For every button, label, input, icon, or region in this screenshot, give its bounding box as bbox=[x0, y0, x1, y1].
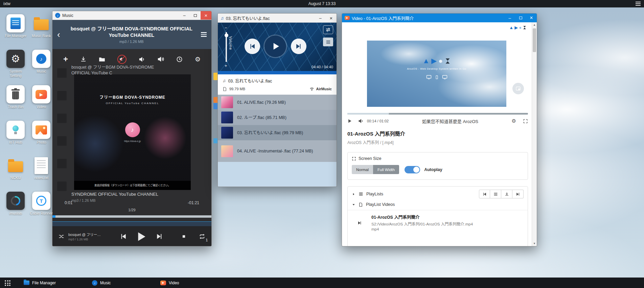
airmusic-icon bbox=[309, 87, 314, 91]
volume-button[interactable] bbox=[358, 118, 364, 124]
history-button[interactable] bbox=[176, 56, 183, 63]
close-button[interactable]: × bbox=[526, 14, 537, 22]
volume-minus[interactable]: − bbox=[225, 25, 227, 30]
volume-high-button[interactable] bbox=[157, 56, 164, 63]
track-row[interactable]: 02. ループ.flac (85.71 MB) bbox=[218, 110, 337, 125]
desktop-icon-trash-bin[interactable]: Trash Bin bbox=[3, 85, 28, 121]
play-button[interactable] bbox=[136, 231, 147, 242]
skip-next-button[interactable] bbox=[512, 190, 524, 198]
menu-icon[interactable] bbox=[201, 32, 207, 37]
volume-slider[interactable] bbox=[226, 32, 227, 62]
autoplay-toggle[interactable] bbox=[405, 166, 420, 173]
full-width-button[interactable]: Full Width bbox=[373, 165, 399, 174]
stop-button[interactable] bbox=[182, 234, 186, 239]
scroll-down-icon[interactable]: ▼ bbox=[532, 242, 537, 245]
track-thumb-placeholder bbox=[57, 68, 67, 78]
track-thumb-placeholder bbox=[57, 159, 67, 168]
loop-button[interactable] bbox=[323, 25, 333, 34]
flac-window-titlebar[interactable]: ♫ 03. 忘れてもいいよ.flac – × bbox=[218, 14, 337, 23]
taskbar-item-music[interactable]: ♪ Music bbox=[92, 278, 111, 288]
fullscreen-button[interactable] bbox=[523, 119, 528, 124]
app-launcher-icon[interactable] bbox=[5, 280, 10, 286]
spinner-icon bbox=[6, 192, 25, 210]
settings-gear-icon[interactable]: ⚙ bbox=[512, 118, 516, 124]
repeat-one-button[interactable]: 1 bbox=[199, 233, 205, 240]
normal-size-button[interactable]: Normal bbox=[352, 165, 373, 174]
play-button[interactable] bbox=[347, 119, 352, 123]
download-button[interactable] bbox=[501, 190, 512, 198]
desktop-icon-file-manager[interactable]: File Manager bbox=[3, 14, 28, 50]
item-path: S2:/Video/ArozOS 入門系列/01-ArozOS 入門系列簡介.m… bbox=[371, 222, 473, 227]
mute-button[interactable] bbox=[117, 55, 127, 64]
scrollbar-thumb[interactable] bbox=[533, 28, 536, 52]
music-toolbar: + ⚙ bbox=[52, 52, 211, 66]
video-overlay: ▲▶● ArozOS - Web Desktop System written … bbox=[367, 57, 506, 80]
source-label: AirMusic bbox=[316, 87, 332, 91]
previous-button[interactable] bbox=[120, 233, 127, 240]
download-button[interactable] bbox=[80, 56, 87, 63]
skip-previous-button[interactable] bbox=[479, 190, 490, 198]
video-seek-bar[interactable] bbox=[347, 113, 528, 115]
maximize-button[interactable] bbox=[190, 11, 201, 20]
music-window-titlebar[interactable]: ♪ Music – × bbox=[52, 11, 211, 20]
track-thumb-placeholder bbox=[57, 114, 67, 123]
minimize-button[interactable]: – bbox=[179, 11, 190, 20]
time-display: 00:14 / 01:02 bbox=[367, 119, 389, 123]
desktop-icon-video[interactable]: ▶ Video bbox=[29, 85, 53, 121]
back-button[interactable]: ‹ bbox=[57, 30, 60, 39]
player-hero: − + Volume 04:40 / 04:40 bbox=[218, 23, 337, 71]
add-button[interactable]: + bbox=[63, 55, 68, 63]
track-row-selected[interactable]: 03. 忘れてもいいよ.flac (99.79 MB) bbox=[218, 125, 337, 140]
video-window-titlebar[interactable]: ▶ Video - 01-ArozOS 入門系列簡介 – × bbox=[342, 14, 537, 22]
playlists-header[interactable]: PlayLists bbox=[348, 187, 528, 201]
top-menu-icon[interactable] bbox=[636, 2, 641, 6]
desktop-icon-photo[interactable]: Photo bbox=[29, 121, 53, 156]
volume-knob[interactable] bbox=[225, 33, 228, 37]
volume-plus[interactable]: + bbox=[225, 63, 227, 68]
playlist-videos-header[interactable]: PlayList Videos bbox=[348, 201, 528, 210]
minimize-button[interactable]: – bbox=[315, 14, 326, 22]
caret-down-icon bbox=[352, 203, 355, 207]
track-row[interactable]: 01. ALIVE.flac (79.26 MB) bbox=[218, 95, 337, 110]
taskbar-item-file-manager[interactable]: File Manager bbox=[24, 278, 56, 288]
desktop-icon-music[interactable]: ♪ Music bbox=[29, 50, 53, 85]
now-playing-header: ‹ bosquet @ フリーBGM DOVA-SYNDROME OFFICIA… bbox=[52, 20, 211, 49]
scrollbar[interactable]: ▲ ▼ bbox=[532, 22, 537, 246]
desktop-icon-notes-txt[interactable]: notes.txt bbox=[29, 156, 53, 192]
pip-button[interactable] bbox=[512, 83, 524, 94]
shuffle-button[interactable] bbox=[59, 234, 64, 239]
track-row[interactable]: 04. ALIVE -Instrumental-.flac (77.24 MB) bbox=[218, 140, 337, 162]
next-button[interactable] bbox=[156, 233, 163, 240]
scroll-up-icon[interactable]: ▲ bbox=[532, 23, 537, 26]
close-button[interactable]: × bbox=[201, 11, 211, 20]
seek-bar[interactable] bbox=[218, 71, 337, 74]
video-title: 01-ArozOS 入門系列簡介 bbox=[347, 130, 528, 137]
previous-button[interactable] bbox=[245, 39, 260, 54]
next-button[interactable] bbox=[291, 39, 306, 54]
taskbar-item-video[interactable]: ▶ Video bbox=[160, 278, 179, 288]
maximize-button[interactable] bbox=[515, 14, 526, 22]
desktop-icon-imuslab[interactable]: imuslab bbox=[3, 192, 28, 227]
volume-low-button[interactable] bbox=[139, 56, 145, 63]
settings-gear-icon[interactable]: ⚙ bbox=[195, 55, 201, 63]
video-player[interactable]: ▲▶● ArozOS - Web Desktop System written … bbox=[367, 41, 506, 107]
overlay-caption: ArozOS - Web Desktop System written in G… bbox=[407, 67, 466, 70]
queue-list-button[interactable] bbox=[490, 190, 501, 198]
desktop-icon-music-bank[interactable]: Music Bank bbox=[29, 14, 53, 50]
seek-bar[interactable] bbox=[52, 215, 211, 218]
trash-icon bbox=[6, 85, 25, 103]
desktop-icon-ncku[interactable]: NCKU bbox=[3, 156, 28, 192]
video-app-icon: ▶ bbox=[160, 281, 166, 285]
desktop-icon-grid: File Manager Music Bank ⚙ System Setting… bbox=[3, 14, 54, 227]
playlist-menu-button[interactable] bbox=[323, 38, 333, 46]
desktop-icon-cable-runner[interactable]: T Cable Runner bbox=[29, 192, 53, 227]
clock: August 7 13:33 bbox=[308, 1, 336, 6]
close-button[interactable]: × bbox=[326, 14, 337, 22]
play-button[interactable] bbox=[264, 35, 286, 57]
playlist-video-item[interactable]: 01-ArozOS 入門系列簡介 S2:/Video/ArozOS 入門系列/0… bbox=[348, 210, 528, 235]
list-icon bbox=[359, 192, 363, 196]
desktop-icon-iot-hub[interactable]: IoT Hub bbox=[3, 121, 28, 156]
minimize-button[interactable]: – bbox=[504, 14, 515, 22]
open-folder-button[interactable] bbox=[99, 56, 105, 63]
desktop-icon-system-setting[interactable]: ⚙ System Setting bbox=[3, 50, 28, 85]
